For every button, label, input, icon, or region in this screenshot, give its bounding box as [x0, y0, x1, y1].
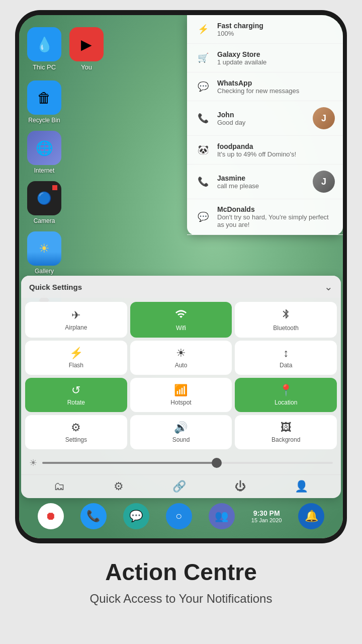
mcdonalds-icon: 💬 — [195, 209, 211, 225]
desktop-app-thic-pc[interactable]: 💧 Thic PC — [27, 27, 61, 71]
brightness-fill — [42, 462, 217, 464]
phone-screen: 💧 Thic PC ▶ You 🗑 Recycle Bin 🌐 Internet… — [19, 15, 343, 538]
qs-title: Quick Settings — [29, 283, 82, 291]
mcdonalds-title: McDonalds — [217, 205, 335, 213]
qs-files-icon[interactable]: 🗂 — [54, 480, 65, 493]
brightness-row: ☀ — [21, 453, 341, 474]
hotspot-label: Hotspot — [170, 399, 191, 406]
clock-time: 9:30 PM — [253, 509, 280, 517]
data-label: Data — [280, 362, 292, 369]
recycle-bin-icon: 🗑 — [27, 80, 61, 115]
notif-galaxy-store[interactable]: 🛒 Galaxy Store 1 update availale — [187, 44, 343, 72]
dock-notification[interactable]: 🔔 — [298, 503, 324, 529]
qs-tile-background[interactable]: 🖼 Backgrond — [235, 415, 337, 449]
foodpanda-icon: 🐼 — [195, 142, 211, 158]
john-title: John — [217, 111, 307, 119]
you-icon: ▶ — [69, 27, 104, 61]
foodpanda-content: foodpanda It's up to 49% off Domino's! — [217, 142, 335, 158]
qs-tile-auto[interactable]: ☀ Auto — [130, 341, 232, 375]
gallery-label: Gallery — [35, 268, 54, 275]
dock-phone[interactable]: 📞 — [80, 503, 107, 529]
john-message: Good day — [217, 119, 307, 126]
thic-pc-icon: 💧 — [27, 27, 61, 61]
galaxy-store-message: 1 update availale — [217, 58, 335, 66]
flash-label: Flash — [69, 362, 83, 369]
galaxy-store-icon: 🛒 — [195, 50, 211, 66]
jasmine-content: Jasmine call me please — [217, 174, 307, 190]
qs-tile-sound[interactable]: 🔊 Sound — [130, 415, 232, 449]
bottom-text-section: Action Centre Quick Access to Your Notif… — [0, 543, 362, 621]
dock-message[interactable]: 💬 — [123, 503, 149, 529]
notif-whatsapp[interactable]: 💬 WhatsApp Checking for new messages — [187, 72, 343, 101]
gallery-icon: ☀ — [27, 231, 61, 266]
foodpanda-message: It's up to 49% off Domino's! — [217, 150, 335, 158]
qs-share-icon[interactable]: 🔗 — [172, 480, 186, 493]
camera-label: Camera — [34, 217, 55, 224]
dock-team[interactable]: 👥 — [209, 503, 235, 529]
qs-collapse-icon[interactable]: ⌄ — [324, 281, 333, 293]
qs-settings2-icon[interactable]: ⚙ — [114, 480, 124, 493]
jasmine-message: call me please — [217, 182, 307, 190]
desktop-app-internet[interactable]: 🌐 Internet — [27, 131, 61, 174]
whatsapp-message: Checking for new messages — [217, 87, 335, 95]
app-subtitle: Quick Access to Your Notifications — [20, 592, 342, 606]
qs-tile-bluetooth[interactable]: Bluetooth — [235, 302, 337, 338]
recycle-label: Recycle Bin — [28, 117, 60, 124]
brightness-slider[interactable] — [42, 462, 333, 464]
background-label: Backgrond — [272, 436, 300, 443]
thic-pc-label: Thic PC — [33, 63, 56, 71]
desktop-app-you[interactable]: ▶ You — [69, 27, 104, 71]
notification-panel: ⚡ Fast charging 100% 🛒 Galaxy Store 1 up… — [187, 15, 343, 235]
qs-tile-wifi[interactable]: Wifi — [130, 302, 232, 338]
sound-icon: 🔊 — [174, 421, 188, 434]
galaxy-store-content: Galaxy Store 1 update availale — [217, 50, 335, 66]
mcdonalds-content: McDonalds Don't try so hard, You're simp… — [217, 205, 335, 228]
rotate-label: Rotate — [67, 399, 85, 406]
desktop-app-gallery[interactable]: ☀ Gallery — [27, 231, 61, 275]
data-icon: ↕ — [283, 347, 289, 360]
qs-tile-hotspot[interactable]: 📶 Hotspot — [130, 378, 232, 412]
whatsapp-content: WhatsApp Checking for new messages — [217, 79, 335, 95]
notif-foodpanda[interactable]: 🐼 foodpanda It's up to 49% off Domino's! — [187, 136, 343, 165]
dock-record[interactable]: ⏺ — [38, 503, 64, 529]
qs-tile-rotate[interactable]: ↺ Rotate — [25, 378, 127, 412]
auto-icon: ☀ — [176, 347, 186, 360]
john-content: John Good day — [217, 111, 307, 126]
desktop-app-recycle[interactable]: 🗑 Recycle Bin — [27, 80, 61, 124]
qs-user-icon[interactable]: 👤 — [295, 480, 308, 493]
quick-settings-panel: Quick Settings ⌄ ✈ Airplane Wifi — [21, 276, 341, 498]
auto-label: Auto — [175, 362, 188, 369]
notif-fast-charging[interactable]: ⚡ Fast charging 100% — [187, 15, 343, 44]
qs-tile-airplane[interactable]: ✈ Airplane — [25, 302, 127, 338]
qs-tile-flash[interactable]: ⚡ Flash — [25, 341, 127, 375]
wifi-icon — [175, 308, 187, 323]
clock-date: 15 Jan 2020 — [251, 517, 282, 523]
qs-tile-location[interactable]: 📍 Location — [235, 378, 337, 412]
status-bar-right: 9:30 PM 15 Jan 2020 — [251, 509, 282, 523]
qs-grid: ✈ Airplane Wifi — [21, 298, 341, 453]
airplane-icon: ✈ — [71, 309, 80, 322]
notif-mcdonalds[interactable]: 💬 McDonalds Don't try so hard, You're si… — [187, 199, 343, 235]
background-icon: 🖼 — [281, 421, 292, 434]
qs-tile-data[interactable]: ↕ Data — [235, 341, 337, 375]
rotate-icon: ↺ — [71, 384, 80, 397]
internet-icon: 🌐 — [27, 131, 61, 165]
app-title: Action Centre — [20, 558, 342, 586]
wifi-label: Wifi — [176, 325, 186, 332]
flash-icon: ⚡ — [69, 347, 83, 360]
mcdonalds-message: Don't try so hard, You're simply perfect… — [217, 213, 335, 228]
notif-john[interactable]: 📞 John Good day J — [187, 101, 343, 136]
john-call-icon: 📞 — [195, 110, 211, 126]
brightness-icon: ☀ — [29, 457, 37, 468]
galaxy-store-title: Galaxy Store — [217, 50, 335, 58]
dock-circle[interactable]: ○ — [166, 503, 192, 529]
settings-label: Settings — [65, 436, 87, 443]
foodpanda-title: foodpanda — [217, 142, 335, 150]
qs-tile-settings[interactable]: ⚙ Settings — [25, 415, 127, 449]
qs-power-icon[interactable]: ⏻ — [235, 480, 246, 493]
notif-jasmine[interactable]: 📞 Jasmine call me please J — [187, 165, 343, 199]
desktop-app-camera[interactable]: 🔵 Camera — [27, 181, 61, 224]
john-avatar: J — [313, 107, 335, 129]
fast-charging-title: Fast charging — [217, 22, 335, 30]
whatsapp-icon: 💬 — [195, 78, 211, 95]
